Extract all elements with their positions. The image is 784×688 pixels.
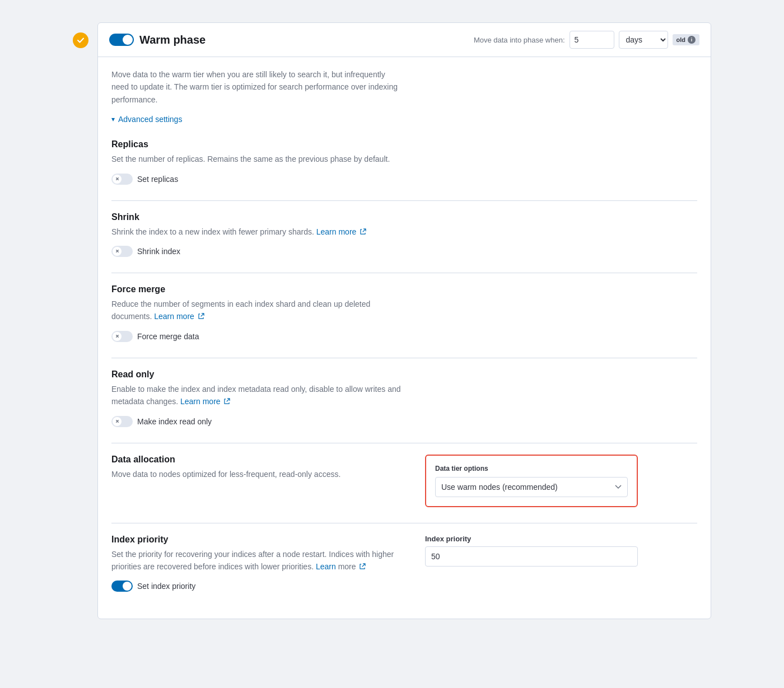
- data-allocation-divider: [111, 523, 697, 523]
- shrink-toggle[interactable]: [111, 246, 133, 257]
- force-merge-description: Reduce the number of segments in each in…: [111, 298, 403, 323]
- read-only-toggle-label: Make index read only: [137, 417, 212, 426]
- read-only-learn-more[interactable]: Learn more: [180, 397, 221, 406]
- index-priority-toggle-knob: [123, 582, 132, 591]
- read-only-toggle[interactable]: [111, 416, 133, 427]
- shrink-toggle-knob: [113, 247, 122, 256]
- old-badge-info-icon[interactable]: i: [688, 36, 696, 44]
- card-header: Warm phase Move data into phase when: da…: [98, 23, 711, 57]
- shrink-external-link-icon: [360, 228, 366, 235]
- move-data-input[interactable]: [570, 31, 614, 49]
- advanced-settings-label: Advanced settings: [118, 115, 182, 124]
- index-priority-input-label: Index priority: [425, 535, 638, 543]
- index-priority-input[interactable]: [425, 546, 638, 567]
- warm-phase-card: Warm phase Move data into phase when: da…: [97, 22, 711, 619]
- read-only-external-link-icon: [224, 398, 230, 404]
- advanced-settings-toggle[interactable]: ▾ Advanced settings: [111, 115, 697, 124]
- read-only-toggle-knob: [113, 417, 122, 426]
- shrink-section: Shrink Shrink the index to a new index w…: [111, 212, 697, 257]
- force-merge-toggle[interactable]: [111, 331, 133, 342]
- force-merge-toggle-knob: [113, 332, 122, 341]
- index-priority-toggle[interactable]: [111, 581, 133, 592]
- timeline-dot: [73, 32, 88, 48]
- shrink-toggle-row: Shrink index: [111, 246, 697, 257]
- replicas-description: Set the number of replicas. Remains the …: [111, 153, 403, 165]
- index-priority-right: Index priority: [425, 535, 638, 567]
- outer-wrapper: Warm phase Move data into phase when: da…: [73, 11, 711, 630]
- phase-description: Move data to the warm tier when you are …: [111, 68, 403, 106]
- read-only-section: Read only Enable to make the index and i…: [111, 369, 697, 427]
- index-priority-toggle-label: Set index priority: [137, 582, 195, 591]
- force-merge-external-link-icon: [198, 313, 204, 319]
- index-priority-left: Index priority Set the priority for reco…: [111, 535, 403, 592]
- phase-toggle-knob: [123, 35, 133, 45]
- index-priority-description: Set the priority for recovering your ind…: [111, 548, 403, 573]
- replicas-toggle[interactable]: [111, 174, 133, 185]
- index-priority-toggle-row: Set index priority: [111, 581, 403, 592]
- data-tier-select[interactable]: Use warm nodes (recommended) Use cold no…: [435, 477, 628, 497]
- index-priority-two-col: Index priority Set the priority for reco…: [111, 535, 697, 592]
- old-badge: old i: [673, 34, 700, 45]
- phase-toggle[interactable]: [109, 34, 134, 46]
- index-priority-title: Index priority: [111, 535, 403, 545]
- shrink-divider: [111, 273, 697, 273]
- card-body: Move data to the warm tier when you are …: [98, 57, 711, 619]
- data-allocation-description: Move data to nodes optimized for less-fr…: [111, 468, 403, 480]
- index-priority-learn-more-suffix: more: [336, 562, 356, 571]
- force-merge-title: Force merge: [111, 284, 697, 294]
- phase-row: Warm phase Move data into phase when: da…: [73, 22, 711, 619]
- force-merge-learn-more[interactable]: Learn more: [154, 312, 194, 321]
- index-priority-external-link-icon: [360, 563, 366, 569]
- card-header-left: Warm phase: [109, 34, 206, 46]
- replicas-section: Replicas Set the number of replicas. Rem…: [111, 139, 697, 184]
- replicas-toggle-knob: [113, 175, 122, 184]
- force-merge-divider: [111, 358, 697, 358]
- index-priority-section: Index priority Set the priority for reco…: [111, 535, 697, 592]
- move-data-unit-select[interactable]: days hours minutes: [619, 31, 668, 49]
- shrink-learn-more[interactable]: Learn more: [316, 227, 357, 236]
- data-tier-options-label: Data tier options: [435, 465, 628, 472]
- replicas-title: Replicas: [111, 139, 697, 149]
- move-data-label: Move data into phase when:: [474, 36, 565, 44]
- shrink-toggle-label: Shrink index: [137, 247, 180, 256]
- read-only-title: Read only: [111, 369, 697, 380]
- replicas-toggle-label: Set replicas: [137, 175, 178, 184]
- data-allocation-right: Data tier options Use warm nodes (recomm…: [425, 455, 638, 507]
- data-tier-box: Data tier options Use warm nodes (recomm…: [425, 455, 638, 507]
- shrink-title: Shrink: [111, 212, 697, 222]
- chevron-down-icon: ▾: [111, 115, 115, 123]
- data-allocation-left: Data allocation Move data to nodes optim…: [111, 455, 403, 488]
- index-priority-input-box: Index priority: [425, 535, 638, 567]
- phase-title: Warm phase: [139, 34, 206, 46]
- read-only-toggle-row: Make index read only: [111, 416, 697, 427]
- force-merge-section: Force merge Reduce the number of segment…: [111, 284, 697, 342]
- replicas-divider: [111, 200, 697, 201]
- force-merge-toggle-label: Force merge data: [137, 332, 199, 341]
- data-allocation-title: Data allocation: [111, 455, 403, 465]
- shrink-description: Shrink the index to a new index with few…: [111, 226, 403, 238]
- index-priority-learn-more[interactable]: Learn: [316, 562, 336, 571]
- force-merge-toggle-row: Force merge data: [111, 331, 697, 342]
- data-allocation-section: Data allocation Move data to nodes optim…: [111, 455, 697, 507]
- read-only-description: Enable to make the index and index metad…: [111, 383, 403, 408]
- replicas-toggle-row: Set replicas: [111, 174, 697, 185]
- card-header-right: Move data into phase when: days hours mi…: [474, 31, 699, 49]
- read-only-divider: [111, 443, 697, 443]
